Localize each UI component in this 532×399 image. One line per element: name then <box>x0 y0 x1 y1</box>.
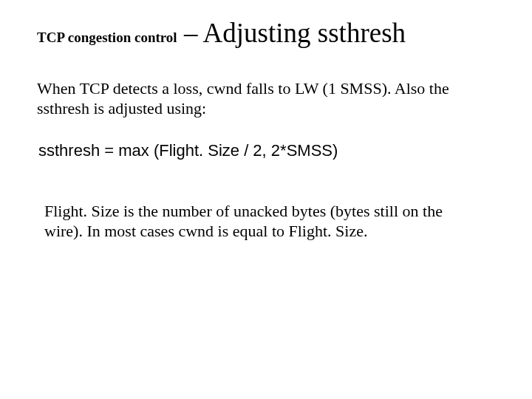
explanation-paragraph: Flight. Size is the number of unacked by… <box>44 201 473 242</box>
slide-title: TCP congestion control – Adjusting ssthr… <box>37 18 495 49</box>
title-main: – Adjusting ssthresh <box>177 18 406 48</box>
title-subtext: TCP congestion control <box>37 30 177 45</box>
ssthresh-formula: ssthresh = max (Flight. Size / 2, 2*SMSS… <box>38 141 495 160</box>
intro-paragraph: When TCP detects a loss, cwnd falls to L… <box>37 78 480 119</box>
